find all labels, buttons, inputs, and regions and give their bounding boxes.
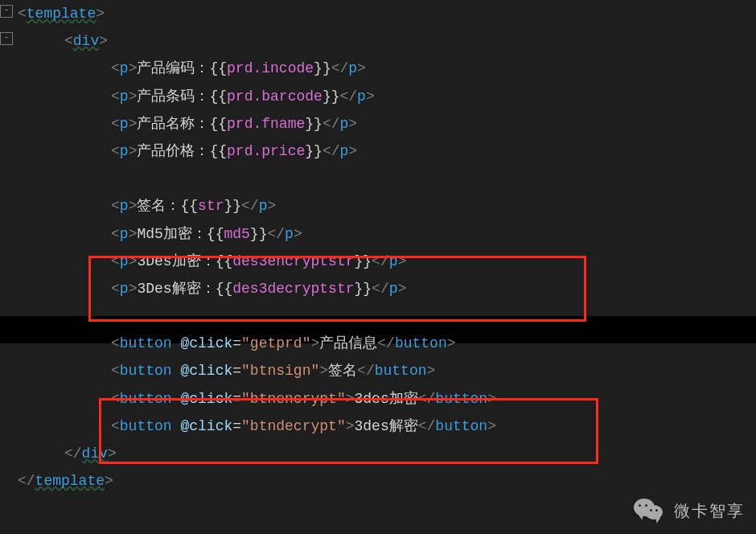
code-line[interactable]: <button @click="btndecrypt">3des解密</butt… [18, 413, 756, 440]
code-line[interactable]: <div> [18, 27, 756, 55]
code-line[interactable]: <p>产品条码：{{prd.barcode}}</p> [18, 83, 756, 110]
code-line[interactable]: </template> [18, 467, 756, 495]
wechat-icon [634, 497, 666, 524]
fold-marker-icon[interactable]: - [0, 5, 13, 18]
code-line[interactable]: <button @click="btnencrypt">3des加密</butt… [18, 385, 756, 413]
gutter: - - [0, 0, 14, 534]
code-line[interactable]: <p>Md5加密：{{md5}}</p> [18, 220, 756, 248]
code-line[interactable]: <p>产品价格：{{prd.price}}</p> [18, 138, 756, 165]
code-line[interactable]: <p>3Des解密：{{des3decryptstr}}</p> [18, 275, 756, 302]
watermark-text: 微卡智享 [674, 495, 745, 526]
code-line-blank[interactable] [18, 302, 756, 330]
code-line[interactable]: <template> [18, 0, 756, 27]
code-line[interactable]: <p>3Des加密：{{des3encryptstr}}</p> [18, 248, 756, 275]
code-line[interactable]: <button @click="btnsign">签名</button> [18, 357, 756, 384]
code-editor[interactable]: - - <template> <div> <p>产品编码：{{prd.incod… [0, 0, 756, 495]
code-line[interactable]: <p>产品编码：{{prd.incode}}</p> [18, 55, 756, 82]
code-line[interactable]: <button @click="getprd">产品信息</button> [18, 330, 756, 357]
code-line-blank[interactable] [18, 165, 756, 192]
fold-marker-icon[interactable]: - [0, 32, 13, 45]
code-line[interactable]: </div> [18, 440, 756, 467]
watermark: 微卡智享 [634, 495, 745, 526]
code-line[interactable]: <p>产品名称：{{prd.fname}}</p> [18, 110, 756, 138]
code-line[interactable]: <p>签名：{{str}}</p> [18, 192, 756, 220]
